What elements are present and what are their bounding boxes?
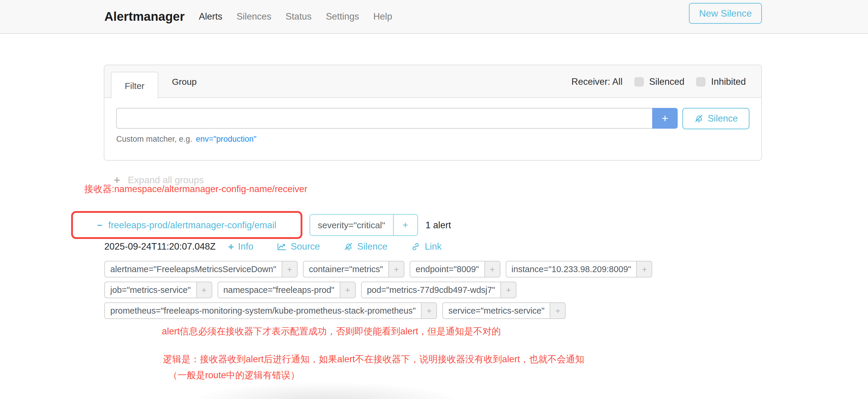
matcher-hint-example-link[interactable]: env="production" [196,134,257,144]
silenced-checkbox-label: Silenced [649,76,684,87]
annotation-note-bottom1: 逻辑是：接收器收到alert后进行通知，如果alert不在接收器下，说明接收器没… [163,354,584,366]
label-tag-text: pod="metrics-77d9cdb497-wdsj7" [361,282,500,298]
filter-header-controls: Receiver: All Silenced Inhibited [571,65,746,98]
alertmanager-page: Alertmanager Alerts Silences Status Sett… [0,0,868,399]
generator-link[interactable]: Link [411,241,442,252]
info-button[interactable]: + Info [228,241,253,252]
alert-group-row: − freeleaps-prod/alertmanager-config/ema… [71,211,451,239]
label-tag-text: namespace="freeleaps-prod" [217,282,339,298]
group-matcher-chip: severity="critical" + [309,214,418,236]
filter-card: Filter Group Receiver: All Silenced Inhi… [104,65,762,161]
new-silence-button[interactable]: New Silence [689,3,762,24]
label-tag-text: service="metrics-service" [442,302,550,319]
inhibited-checkbox-group[interactable]: Inhibited [696,76,746,87]
matcher-hint: Custom matcher, e.g. env="production" [116,134,749,144]
source-link-label: Source [291,241,320,252]
label-tag: container="metrics" + [303,261,404,277]
label-add-filter-button[interactable]: + [484,261,500,277]
nav-item-settings[interactable]: Settings [326,11,359,22]
alert-count: 1 alert [425,220,451,230]
label-tag-text: prometheus="freeleaps-monitoring-system/… [104,302,421,319]
generator-link-label: Link [425,241,442,252]
receiver-filter[interactable]: Receiver: All [571,76,623,87]
tab-group[interactable]: Group [172,65,196,98]
receiver-group-label: freeleaps-prod/alertmanager-config/email [108,220,276,230]
annotation-highlight-box: − freeleaps-prod/alertmanager-config/ema… [71,211,302,239]
annotation-receiver-note: 接收器:namespace/altermanager-config-name/r… [84,183,307,196]
chart-line-icon [277,242,287,251]
nav-item-help[interactable]: Help [373,11,392,22]
label-add-filter-button[interactable]: + [340,282,356,298]
alert-timestamp: 2025-09-24T11:20:07.048Z [104,241,216,252]
silenced-checkbox-group[interactable]: Silenced [634,76,684,87]
label-tag-text: container="metrics" [303,261,389,277]
matcher-input[interactable] [116,108,652,129]
label-tag: namespace="freeleaps-prod" + [217,282,355,298]
link-icon [411,242,421,251]
matcher-hint-text: Custom matcher, e.g. [116,134,192,144]
label-add-filter-button[interactable]: + [637,261,652,277]
label-add-filter-button[interactable]: + [389,261,404,277]
nav-item-status[interactable]: Status [285,11,312,22]
label-add-filter-button[interactable]: + [282,261,298,277]
top-navbar: Alertmanager Alerts Silences Status Sett… [0,0,868,34]
label-add-filter-button[interactable]: + [421,302,437,319]
silence-filter-button-label: Silence [708,113,738,124]
filter-card-body: + Silence Custom matcher, e.g. env="prod [104,98,761,144]
label-add-filter-button[interactable]: + [550,302,566,319]
label-tag: service="metrics-service" + [442,302,566,319]
label-tag: endpoint="8009" + [410,261,500,277]
label-tag-text: instance="10.233.98.209:8009" [505,261,637,277]
label-tag: job="metrics-service" + [104,282,212,298]
alert-actions: + Info Source [228,241,441,252]
alert-meta-row: 2025-09-24T11:20:07.048Z + Info Source [104,241,442,252]
label-tag-text: alertname="FreeleapsMetricsServiceDown" [104,261,282,277]
matcher-input-group: + [116,108,678,129]
label-add-filter-button[interactable]: + [500,282,517,298]
nav-item-silences[interactable]: Silences [237,11,271,22]
silence-alert-button-label: Silence [357,241,388,252]
plus-icon: + [228,242,234,252]
collapse-minus-icon: − [97,220,102,230]
label-tag: prometheus="freeleaps-monitoring-system/… [104,302,437,319]
alert-labels: alertname="FreeleapsMetricsServiceDown" … [104,261,703,319]
receiver-group-button[interactable]: − freeleaps-prod/alertmanager-config/ema… [97,220,276,230]
bell-slash-icon [344,242,353,251]
main-nav: Alerts Silences Status Settings Help [199,11,392,22]
nav-item-alerts[interactable]: Alerts [199,11,222,22]
group-matcher-label: severity="critical" [310,215,393,235]
filter-card-header: Filter Group Receiver: All Silenced Inhi… [104,65,761,98]
group-matcher-add-button[interactable]: + [393,215,417,235]
info-button-label: Info [238,241,253,252]
label-tag-text: job="metrics-service" [104,282,196,298]
brand-link[interactable]: Alertmanager [104,9,185,24]
label-tag: pod="metrics-77d9cdb497-wdsj7" + [361,282,517,298]
add-matcher-button[interactable]: + [652,108,678,129]
inhibited-checkbox-label: Inhibited [711,76,746,87]
tab-filter[interactable]: Filter [111,72,158,98]
label-tag: alertname="FreeleapsMetricsServiceDown" … [104,261,298,277]
annotation-note-mid: alert信息必须在接收器下才表示配置成功，否则即使能看到alert，但是通知是… [162,326,501,338]
label-tag-text: endpoint="8009" [410,261,484,277]
source-link[interactable]: Source [277,241,320,252]
bell-slash-icon [694,114,704,123]
label-tag: instance="10.233.98.209:8009" + [505,261,652,277]
inhibited-checkbox[interactable] [696,77,706,86]
silence-alert-button[interactable]: Silence [344,241,388,252]
silence-filter-button[interactable]: Silence [682,108,749,129]
silenced-checkbox[interactable] [634,77,644,86]
label-add-filter-button[interactable]: + [196,282,212,298]
annotation-note-bottom2: （一般是route中的逻辑有错误） [168,369,300,382]
